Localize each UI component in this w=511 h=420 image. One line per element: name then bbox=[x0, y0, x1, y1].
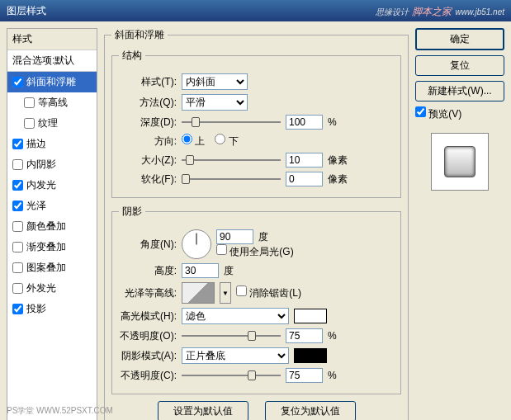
blend-options[interactable]: 混合选项:默认 bbox=[7, 50, 97, 72]
highlight-opacity-input[interactable] bbox=[286, 328, 323, 343]
style-item-5[interactable]: 内发光 bbox=[7, 175, 97, 196]
direction-down[interactable]: 下 bbox=[215, 134, 238, 149]
direction-label: 方向: bbox=[119, 134, 177, 149]
style-label: 投影 bbox=[26, 302, 46, 316]
style-checkbox[interactable] bbox=[12, 180, 23, 191]
style-item-8[interactable]: 渐变叠加 bbox=[7, 237, 97, 257]
altitude-unit: 度 bbox=[224, 264, 234, 278]
shading-title: 阴影 bbox=[119, 205, 145, 219]
style-label: 纹理 bbox=[38, 116, 58, 130]
contour-dropdown-icon[interactable]: ▼ bbox=[220, 282, 231, 304]
shadow-mode-select[interactable]: 正片叠底 bbox=[182, 347, 289, 364]
depth-input[interactable] bbox=[286, 115, 323, 130]
watermark: 思缘设计 脚本之家 www.jb51.net bbox=[376, 3, 504, 19]
bevel-title: 斜面和浮雕 bbox=[111, 28, 168, 42]
style-label: 光泽 bbox=[26, 199, 46, 213]
style-label: 样式(T): bbox=[119, 75, 177, 89]
style-item-4[interactable]: 内阴影 bbox=[7, 154, 97, 175]
structure-title: 结构 bbox=[119, 49, 145, 63]
size-label: 大小(Z): bbox=[119, 153, 177, 168]
style-checkbox[interactable] bbox=[12, 304, 23, 314]
direction-up[interactable]: 上 bbox=[182, 134, 205, 149]
style-label: 描边 bbox=[26, 137, 46, 151]
opacity-unit2: % bbox=[328, 370, 337, 381]
size-unit: 像素 bbox=[328, 153, 348, 168]
style-item-10[interactable]: 外发光 bbox=[7, 278, 97, 299]
footer-watermark: PS学堂 WWW.52PSXT.COM bbox=[7, 405, 113, 417]
style-checkbox[interactable] bbox=[12, 139, 23, 149]
size-input[interactable] bbox=[286, 153, 323, 168]
soften-input[interactable] bbox=[286, 172, 323, 186]
preview-check[interactable]: 预览(V) bbox=[415, 106, 504, 121]
style-select[interactable]: 内斜面 bbox=[182, 73, 248, 90]
shading-group: 阴影 角度(N): 度 使用全局光(G) 高度: 度 bbox=[111, 205, 401, 394]
style-checkbox[interactable] bbox=[12, 242, 23, 252]
angle-label: 角度(N): bbox=[119, 238, 177, 252]
angle-unit: 度 bbox=[258, 230, 268, 244]
opacity-unit: % bbox=[328, 330, 337, 342]
style-label: 颜色叠加 bbox=[26, 219, 66, 234]
cancel-button[interactable]: 复位 bbox=[415, 55, 504, 76]
highlight-mode-select[interactable]: 滤色 bbox=[182, 308, 289, 324]
highlight-opacity-slider[interactable] bbox=[182, 328, 281, 343]
style-label: 图案叠加 bbox=[26, 261, 66, 275]
preview-thumbnail bbox=[431, 133, 489, 191]
shadow-mode-label: 阴影模式(A): bbox=[119, 349, 177, 363]
depth-slider[interactable] bbox=[182, 115, 281, 130]
global-light-check[interactable]: 使用全局光(G) bbox=[216, 246, 294, 257]
angle-input[interactable] bbox=[216, 229, 253, 244]
reset-default-button[interactable]: 复位为默认值 bbox=[265, 401, 356, 420]
styles-list: 样式 混合选项:默认 斜面和浮雕等高线纹理描边内阴影内发光光泽颜色叠加渐变叠加图… bbox=[7, 28, 97, 420]
style-item-0[interactable]: 斜面和浮雕 bbox=[7, 72, 97, 92]
style-label: 斜面和浮雕 bbox=[26, 75, 76, 89]
style-item-11[interactable]: 投影 bbox=[7, 299, 97, 319]
style-label: 内发光 bbox=[26, 178, 56, 192]
style-checkbox[interactable] bbox=[12, 262, 23, 273]
depth-label: 深度(D): bbox=[119, 116, 177, 130]
technique-select[interactable]: 平滑 bbox=[182, 94, 248, 111]
style-item-3[interactable]: 描边 bbox=[7, 134, 97, 154]
anti-alias-check[interactable]: 消除锯齿(L) bbox=[236, 286, 301, 300]
highlight-opacity-label: 不透明度(O): bbox=[119, 329, 177, 343]
depth-unit: % bbox=[328, 116, 337, 128]
soften-slider[interactable] bbox=[182, 172, 281, 186]
style-item-6[interactable]: 光泽 bbox=[7, 196, 97, 216]
style-label: 内阴影 bbox=[26, 158, 56, 172]
shadow-color-swatch[interactable] bbox=[294, 348, 327, 363]
shadow-opacity-label: 不透明度(C): bbox=[119, 369, 177, 383]
structure-group: 结构 样式(T): 内斜面 方法(Q): 平滑 深度(D): % 方向: bbox=[111, 49, 401, 198]
style-label: 外发光 bbox=[26, 281, 56, 295]
style-checkbox[interactable] bbox=[12, 201, 23, 211]
technique-label: 方法(Q): bbox=[119, 96, 177, 110]
new-style-button[interactable]: 新建样式(W)... bbox=[415, 81, 504, 101]
style-checkbox[interactable] bbox=[12, 77, 23, 87]
shadow-opacity-slider[interactable] bbox=[182, 368, 281, 383]
altitude-label: 高度: bbox=[119, 264, 177, 278]
style-item-9[interactable]: 图案叠加 bbox=[7, 257, 97, 278]
styles-header: 样式 bbox=[7, 29, 97, 50]
title-bar: 图层样式 思缘设计 脚本之家 www.jb51.net bbox=[0, 0, 511, 21]
soften-unit: 像素 bbox=[328, 172, 348, 186]
ok-button[interactable]: 确定 bbox=[415, 28, 504, 50]
style-label: 渐变叠加 bbox=[26, 240, 66, 254]
soften-label: 软化(F): bbox=[119, 172, 177, 186]
highlight-mode-label: 高光模式(H): bbox=[119, 309, 177, 323]
make-default-button[interactable]: 设置为默认值 bbox=[158, 401, 248, 420]
gloss-label: 光泽等高线: bbox=[119, 286, 177, 300]
shadow-opacity-input[interactable] bbox=[286, 368, 323, 383]
highlight-color-swatch[interactable] bbox=[294, 309, 327, 323]
angle-dial[interactable] bbox=[182, 229, 211, 259]
gloss-contour[interactable] bbox=[182, 282, 215, 304]
style-item-7[interactable]: 颜色叠加 bbox=[7, 216, 97, 237]
style-checkbox[interactable] bbox=[24, 118, 35, 129]
style-checkbox[interactable] bbox=[12, 283, 23, 294]
size-slider[interactable] bbox=[182, 153, 281, 168]
style-checkbox[interactable] bbox=[12, 159, 23, 170]
style-label: 等高线 bbox=[38, 96, 68, 110]
style-checkbox[interactable] bbox=[12, 221, 23, 232]
style-checkbox[interactable] bbox=[24, 97, 35, 108]
style-item-2[interactable]: 纹理 bbox=[7, 113, 97, 134]
bevel-group: 斜面和浮雕 结构 样式(T): 内斜面 方法(Q): 平滑 深度(D): % bbox=[104, 28, 409, 420]
style-item-1[interactable]: 等高线 bbox=[7, 92, 97, 113]
altitude-input[interactable] bbox=[182, 263, 219, 278]
